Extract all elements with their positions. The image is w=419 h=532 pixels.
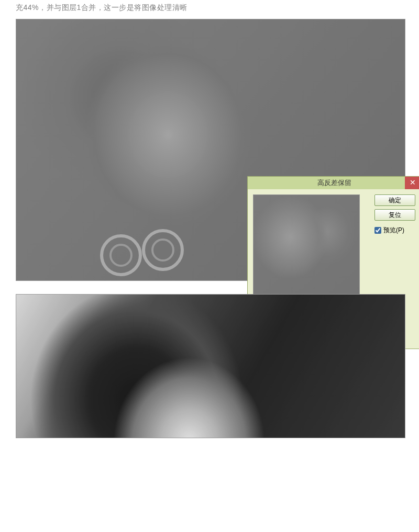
preview-checkbox[interactable] [374, 227, 381, 234]
tutorial-figure: 图层 路径 通道 叠加 不透明度: ▸ 锁定: ▦ ✎ ✥ 🔒 填充: ▸ [16, 19, 419, 281]
filter-preview[interactable] [253, 194, 360, 301]
reset-button[interactable]: 复位 [374, 209, 415, 221]
dialog-titlebar: 高反差保留 ✕ [248, 177, 419, 189]
image-placeholder [253, 195, 359, 301]
close-icon: ✕ [410, 178, 416, 187]
dialog-title: 高反差保留 [317, 178, 351, 188]
decorative-swirl [100, 234, 142, 276]
ok-button[interactable]: 确定 [374, 194, 415, 206]
decorative-swirl [142, 229, 184, 271]
preview-label: 预览(P) [383, 226, 404, 235]
intro-text: 充44%，并与图层1合并，这一步是将图像处理清晰 [0, 0, 419, 17]
image-placeholder [16, 295, 405, 438]
close-button[interactable]: ✕ [405, 177, 419, 189]
preview-checkbox-row[interactable]: 预览(P) [374, 226, 404, 235]
result-image [16, 294, 405, 438]
